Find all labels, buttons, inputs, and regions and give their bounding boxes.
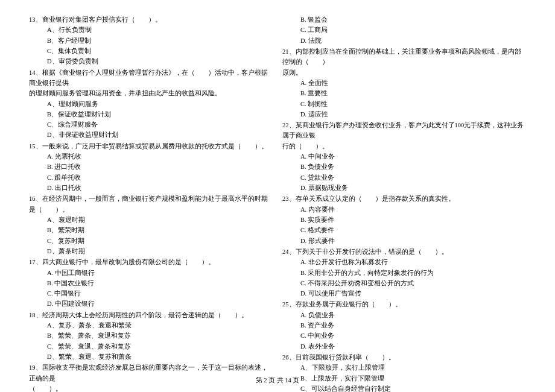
option-c: C、可以结合自身经营自行制定 (300, 384, 526, 392)
question-stem: 25、存款业务属于商业银行的（ ）。 (282, 299, 526, 309)
option-d: D、萧条时期 (47, 246, 273, 256)
question-20-cont: B. 银监会 C. 工商局 D. 法院 (282, 14, 526, 46)
option-d: D、审贷委负责制 (47, 56, 273, 66)
option-c: C、繁荣、衰退、萧条和复苏 (47, 341, 273, 352)
option-b: B、繁荣时期 (47, 225, 273, 235)
question-stem-cont: 行的（ ）。 (282, 141, 526, 151)
option-c: C. 中间业务 (300, 330, 526, 341)
option-a: A. 全面性 (300, 78, 526, 88)
option-c: C. 贷款业务 (300, 172, 526, 183)
option-d: D. 法院 (300, 36, 526, 46)
question-21: 21、内部控制应当在全面控制的基础上，关注重要业务事项和高风险领域，是内部控制的… (282, 46, 526, 119)
question-16: 16、在经济周期中，一般而言，商业银行资产规模和盈利能力处于最高水平的时期是（ … (29, 194, 273, 256)
question-25: 25、存款业务属于商业银行的（ ）。 A. 负债业务 B. 资产业务 C. 中间… (282, 299, 526, 352)
question-stem: 15、一般来说，广泛用于非贸易结算或贸易从属费用收款的托收方式是（ ）。 (29, 141, 273, 151)
option-b: B、繁荣、萧条、衰退和复苏 (47, 330, 273, 341)
right-column: B. 银监会 C. 工商局 D. 法院 21、内部控制应当在全面控制的基础上，关… (278, 14, 531, 392)
question-stem: 24、下列关于非公开发行的说法中，错误的是（ ）。 (282, 247, 526, 257)
question-stem: 18、经济周期大体上会经历周期性的四个阶段，最符合逻辑的是（ ）。 (29, 310, 273, 320)
question-22: 22、某商业银行为客户办理资金收付业务，客户为此支付了100元手续费，这种业务属… (282, 120, 526, 193)
option-b: B. 银监会 (300, 14, 526, 25)
question-24: 24、下列关于非公开发行的说法中，错误的是（ ）。 A. 非公开发行也称为私募发… (282, 247, 526, 299)
question-15: 15、一般来说，广泛用于非贸易结算或贸易从属费用收款的托收方式是（ ）。 A. … (29, 141, 273, 194)
question-options: A. 非公开发行也称为私募发行 B. 采用非公开的方式，向特定对象发行的行为 C… (282, 257, 526, 299)
option-a: A、理财顾问服务 (47, 99, 273, 109)
option-b: B. 负债业务 (300, 162, 526, 172)
option-b: B. 资产业务 (300, 320, 526, 330)
option-b: B. 进口托收 (47, 162, 273, 172)
question-options: A、行长负责制 B、客户经理制 C、集体负责制 D、审贷委负责制 (29, 25, 273, 66)
question-options: B. 银监会 C. 工商局 D. 法院 (282, 14, 526, 46)
option-a: A、行长负责制 (47, 25, 273, 35)
question-options: A、衰退时期 B、繁荣时期 C、复苏时期 D、萧条时期 (29, 215, 273, 256)
option-a: A. 中国工商银行 (47, 268, 273, 278)
option-a: A. 内容要件 (300, 204, 526, 215)
question-options: A. 中间业务 B. 负债业务 C. 贷款业务 D. 票据贴现业务 (282, 151, 526, 193)
question-stem-cont: （ ）。 (29, 384, 273, 392)
option-c: C. 跟单托收 (47, 172, 273, 183)
option-d: D、非保证收益理财计划 (47, 130, 273, 140)
question-stem-cont: 原则。 (282, 68, 526, 78)
question-stem: 22、某商业银行为客户办理资金收付业务，客户为此支付了100元手续费，这种业务属… (282, 120, 526, 141)
question-23: 23、存单关系成立认定的（ ）是指存款关系的真实性。 A. 内容要件 B. 实质… (282, 194, 526, 246)
question-options: A、复苏、萧条、衰退和繁荣 B、繁荣、萧条、衰退和复苏 C、繁荣、衰退、萧条和复… (29, 320, 273, 362)
option-b: B. 中国农业银行 (47, 278, 273, 288)
question-18: 18、经济周期大体上会经历周期性的四个阶段，最符合逻辑的是（ ）。 A、复苏、萧… (29, 310, 273, 362)
question-options: A. 中国工商银行 B. 中国农业银行 C. 中国银行 D. 中国建设银行 (29, 268, 273, 309)
option-d: D、繁荣、衰退、复苏和萧条 (47, 352, 273, 362)
option-a: A. 中间业务 (300, 151, 526, 162)
option-d: D. 可以使用广告宣传 (300, 288, 526, 299)
option-d: D. 票据贴现业务 (300, 183, 526, 193)
question-17: 17、四大商业银行中，最早改制为股份有限公司的是（ ）。 A. 中国工商银行 B… (29, 257, 273, 309)
option-d: D. 形式要件 (300, 236, 526, 246)
option-b: B、客户经理制 (47, 36, 273, 46)
question-stem: 17、四大商业银行中，最早改制为股份有限公司的是（ ）。 (29, 257, 273, 267)
option-a: A、衰退时期 (47, 215, 273, 225)
option-b: B. 重要性 (300, 88, 526, 98)
exam-page: 13、商业银行对集团客户授信实行（ ）。 A、行长负责制 B、客户经理制 C、集… (0, 0, 555, 392)
question-stem: 26、目前我国银行贷款利率（ ）。 (282, 352, 526, 362)
option-a: A. 负债业务 (300, 310, 526, 320)
question-options: A. 内容要件 B. 实质要件 C. 格式要件 D. 形式要件 (282, 204, 526, 246)
option-a: A、下限放开，实行上限管理 (300, 362, 526, 373)
option-d: D. 出口托收 (47, 183, 273, 193)
option-c: C. 中国银行 (47, 288, 273, 299)
option-d: D. 适应性 (300, 109, 526, 119)
left-column: 13、商业银行对集团客户授信实行（ ）。 A、行长负责制 B、客户经理制 C、集… (24, 14, 278, 392)
question-options: A. 光票托收 B. 进口托收 C. 跟单托收 D. 出口托收 (29, 151, 273, 193)
question-stem: 21、内部控制应当在全面控制的基础上，关注重要业务事项和高风险领域，是内部控制的… (282, 46, 526, 68)
option-c: C. 格式要件 (300, 225, 526, 235)
question-14: 14、根据《商业银行个人理财业务管理暂行办法》，在（ ）活动中，客户根据商业银行… (29, 68, 273, 141)
option-c: C、集体负责制 (47, 46, 273, 56)
question-stem: 14、根据《商业银行个人理财业务管理暂行办法》，在（ ）活动中，客户根据商业银行… (29, 68, 273, 89)
question-options: A. 全面性 B. 重要性 C. 制衡性 D. 适应性 (282, 78, 526, 119)
option-c: C. 工商局 (300, 25, 526, 35)
question-options: A. 负债业务 B. 资产业务 C. 中间业务 D. 表外业务 (282, 310, 526, 352)
page-footer: 第 2 页 共 14 页 (0, 376, 555, 385)
option-a: A、复苏、萧条、衰退和繁荣 (47, 320, 273, 330)
option-b: B、保证收益理财计划 (47, 109, 273, 119)
option-b: B. 实质要件 (300, 215, 526, 225)
option-a: A. 非公开发行也称为私募发行 (300, 257, 526, 267)
option-a: A. 光票托收 (47, 151, 273, 162)
question-26: 26、目前我国银行贷款利率（ ）。 A、下限放开，实行上限管理 B、上限放开，实… (282, 352, 526, 392)
option-d: D. 表外业务 (300, 341, 526, 352)
question-stem-cont: 的理财顾问服务管理和运用资金，并承担由此产生的收益和风险。 (29, 88, 273, 98)
question-stem: 16、在经济周期中，一般而言，商业银行资产规模和盈利能力处于最高水平的时期是（ … (29, 194, 273, 215)
question-stem: 13、商业银行对集团客户授信实行（ ）。 (29, 14, 273, 25)
question-stem: 23、存单关系成立认定的（ ）是指存款关系的真实性。 (282, 194, 526, 204)
option-c: C. 制衡性 (300, 99, 526, 109)
option-d: D. 中国建设银行 (47, 299, 273, 309)
option-b: B. 采用非公开的方式，向特定对象发行的行为 (300, 268, 526, 278)
option-c: C、复苏时期 (47, 236, 273, 246)
question-options: A、理财顾问服务 B、保证收益理财计划 C、综合理财服务 D、非保证收益理财计划 (29, 99, 273, 141)
option-c: C、综合理财服务 (47, 119, 273, 130)
option-c: C. 不得采用公开劝诱和变相公开的方式 (300, 278, 526, 288)
question-13: 13、商业银行对集团客户授信实行（ ）。 A、行长负责制 B、客户经理制 C、集… (29, 14, 273, 67)
